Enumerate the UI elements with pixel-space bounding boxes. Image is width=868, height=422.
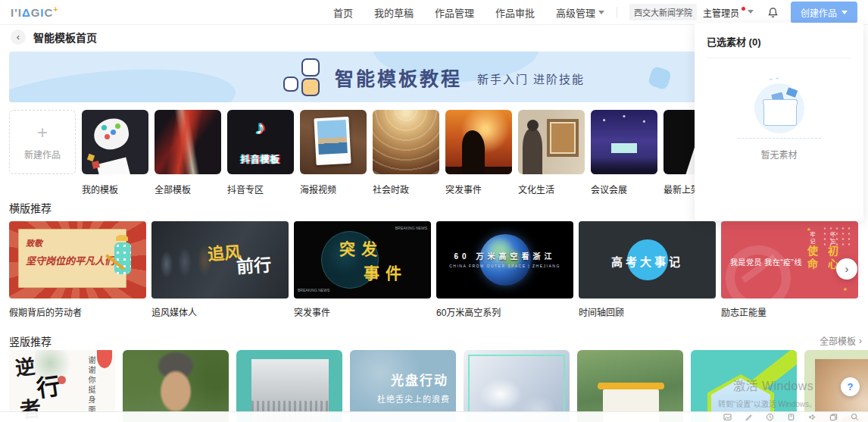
history-icon[interactable] [766,413,774,421]
category-thumb-breaking-news[interactable] [445,110,512,174]
category-thumb-all-templates[interactable] [155,110,221,174]
viewer-figure [523,129,542,174]
painting-icon [547,119,579,157]
help-button[interactable]: ? [841,377,860,396]
category-label: 突发事件 [445,183,512,195]
category-poster-video: 海报视频 [300,110,367,195]
category-label: 会议会展 [591,183,657,195]
template-thumb-breaking-news[interactable]: 突发 事件 BREAKING NEWS BREAKING NEWS [294,221,431,299]
category-thumb-culture-life[interactable] [518,110,585,174]
breadcrumb: ‹ 智能模板首页 [11,30,97,45]
poster-text: 我是党员 我在“疫”线 [730,256,802,267]
all-templates-link[interactable]: 全部模板 › [820,334,862,347]
category-culture-life: 文化生活 [518,110,585,195]
polaroid-photo [314,117,351,165]
empty-state: ⌄⌄ 暂无素材 [695,76,863,161]
selected-materials-title: 已选素材 (0) [695,23,863,58]
template-caption: 60万米高空系列 [436,305,573,318]
category-all-templates: 全部模板 [155,110,221,195]
category-thumb-poster-video[interactable] [300,110,367,174]
poster-text: 突发 [339,236,383,259]
new-work-label: 新建作品 [24,148,61,161]
nav-home[interactable]: 首页 [333,5,353,20]
user-role-menu[interactable]: 主管理员 [703,6,754,19]
nav-advanced-label: 高级管理 [556,5,595,20]
search-icon[interactable] [851,413,859,421]
empty-box-illustration: ⌄⌄ [754,83,804,133]
new-work-card[interactable]: + 新建作品 [9,110,76,174]
logo-letter: Δ [22,6,31,19]
vertical-slogan: 牢记使命 不忘初心 [804,232,840,291]
notification-dot [742,7,745,11]
back-button[interactable]: ‹ [11,30,26,45]
star-icon: ★ [843,286,848,292]
poster-text: 前行 [236,250,272,278]
nav-works[interactable]: 作品管理 [435,5,474,20]
pen-icon[interactable] [745,413,753,421]
nav-approval[interactable]: 作品审批 [495,5,535,20]
plus-icon: + [37,123,48,142]
category-my-templates: 我的模板 [82,110,148,195]
template-caption: 时间轴回顾 [579,305,716,318]
nav-advanced[interactable]: 高级管理 [556,5,604,20]
music-note-icon: ♪ [227,116,294,139]
category-social-politics: 社会时政 [373,110,439,195]
image-icon[interactable] [723,413,732,421]
slogan-text: 使命 [804,245,820,271]
app-logo[interactable]: I'IΔGIC+ [11,5,58,19]
poster-text: 杜绝舌尖上的浪费 [377,392,450,405]
template-thumb-laborers[interactable]: 致敬 坚守岗位的平凡人们 [9,221,146,299]
category-thumb-douyin[interactable]: ♪ 抖音模板 [227,110,294,174]
category-thumb-social-politics[interactable] [373,110,439,174]
calligraphy-text: 逆 [14,351,36,381]
box-icon[interactable] [787,413,795,421]
copy-icon[interactable] [829,413,838,421]
template-caption: 励志正能量 [721,305,858,318]
nav-drafts[interactable]: 我的草稿 [374,5,414,20]
template-thumb-timeline[interactable]: 高考大事记 [579,221,716,299]
create-work-label: 创建作品 [801,6,837,19]
volume-icon[interactable] [808,413,816,421]
empty-state-text: 暂无素材 [760,148,797,161]
corner-text: BREAKING NEWS [395,226,427,230]
notification-bell-icon[interactable] [767,7,779,18]
template-thumb-storm-chasers[interactable]: 追风 前行 [151,221,289,299]
category-label: 抖音专区 [227,183,294,195]
category-breaking-news: 突发事件 [445,110,512,195]
category-douyin: ♪ 抖音模板 抖音专区 [227,110,294,195]
selected-materials-panel: 已选素材 (0) ⌄⌄ 暂无素材 [695,23,863,220]
category-label: 我的模板 [82,183,148,195]
party-emblem [726,245,791,299]
top-header: I'IΔGIC+ 首页 我的草稿 作品管理 作品审批 高级管理 西交大新闻学院 … [0,0,868,25]
category-conference: 会议会展 [591,110,657,195]
horizontal-section-title: 横版推荐 [9,200,52,215]
red-accent [97,350,112,368]
template-card-space-series: 60 万米高空看浙江 CHINA FROM OUTER SPACE | ZHEJ… [436,221,573,318]
template-thumb-space-series[interactable]: 60 万米高空看浙江 CHINA FROM OUTER SPACE | ZHEJ… [436,221,573,299]
ground-line [738,138,821,139]
caret-down-icon [598,11,604,14]
open-box-icon [763,103,797,126]
create-work-button[interactable]: 创建作品 [791,2,857,23]
template-card-timeline: 高考大事记 时间轴回顾 [579,221,716,318]
poster-text: 60 万米高空看浙江 [436,250,573,261]
star-icon: ★ [807,227,811,233]
red-seal [58,376,66,384]
category-thumb-my-templates[interactable] [82,110,148,174]
org-tag[interactable]: 西交大新闻学院 [629,4,697,20]
template-thumb-party-spirit[interactable]: 我是党员 我在“疫”线 牢记使命 不忘初心 ★ ★ [721,221,858,299]
poster-text: CHINA FROM OUTER SPACE | ZHEJIANG [436,264,573,268]
chevron-right-icon: › [859,336,862,346]
template-caption: 追风媒体人 [151,305,289,318]
caret-down-icon [841,11,848,14]
category-thumb-conference[interactable] [591,110,657,174]
photo-card-icon [785,86,798,98]
template-card-storm-chasers: 追风 前行 追风媒体人 [151,221,289,318]
logo-letter: G [31,6,41,19]
carousel-next-button[interactable]: › [836,258,857,280]
all-templates-label: 全部模板 [820,334,856,347]
category-label: 海报视频 [300,183,367,195]
main-nav: 首页 我的草稿 作品管理 作品审批 高级管理 [333,5,604,20]
template-card-laborers: 致敬 坚守岗位的平凡人们 假期背后的劳动者 [9,221,146,318]
template-caption: 假期背后的劳动者 [9,305,146,318]
